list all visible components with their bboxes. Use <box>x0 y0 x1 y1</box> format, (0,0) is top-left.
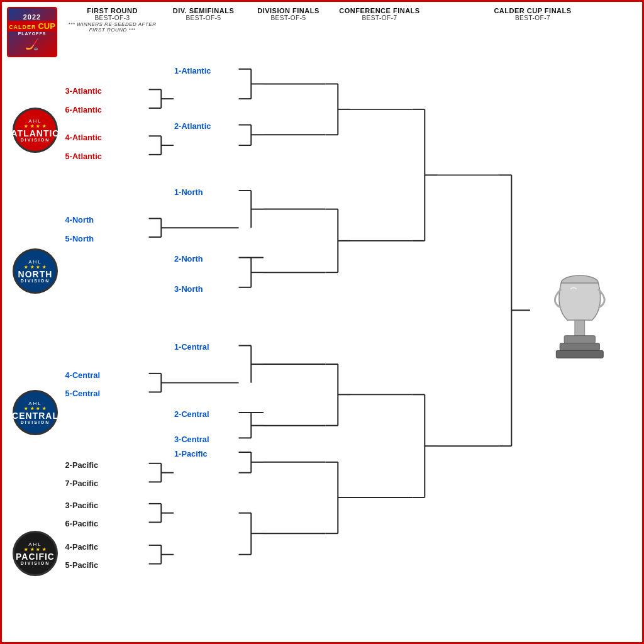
seed-6-atlantic: 6-Atlantic <box>65 105 102 114</box>
column-headers: FIRST ROUND best-of-3 *** winners re-see… <box>64 7 637 33</box>
bracket-svg: .bracket-line { stroke: #222; stroke-wid… <box>64 60 637 630</box>
header-row: 2022 CALDER CUP PLAYOFFS 🏒 FIRST ROUND b… <box>7 7 637 57</box>
logo-cup: CUP <box>38 21 55 31</box>
seed-3-pacific: 3-Pacific <box>65 501 99 510</box>
seed-7-pacific: 7-Pacific <box>65 479 99 488</box>
seed-4-north: 4-North <box>65 215 94 225</box>
logo-playoffs: PLAYOFFS <box>18 31 47 36</box>
seed-5-central: 5-Central <box>65 389 100 398</box>
seed-4-atlantic: 4-Atlantic <box>65 133 102 142</box>
col-header-calder-finals: CALDER CUP FINALS best-of-7 <box>428 7 637 33</box>
calder-cup-logo: 2022 CALDER CUP PLAYOFFS 🏒 <box>7 7 57 57</box>
seed-1-pacific: 1-Pacific <box>174 449 208 458</box>
logo-calder: CALDER <box>9 24 36 30</box>
pacific-division-badge: AHL ★ ★ ★ ★ PACIFIC DIVISION <box>13 531 58 576</box>
svg-rect-103 <box>560 343 599 351</box>
seed-6-pacific: 6-Pacific <box>65 519 99 528</box>
ahl-icon: 🏒 <box>25 37 39 51</box>
main-container: 2022 CALDER CUP PLAYOFFS 🏒 FIRST ROUND b… <box>0 0 644 644</box>
seed-5-north: 5-North <box>65 234 94 243</box>
seed-3-atlantic: 3-Atlantic <box>65 86 102 96</box>
seed-2-north: 2-North <box>174 254 203 264</box>
seed-2-atlantic: 2-Atlantic <box>174 121 211 131</box>
calder-cup-trophy <box>555 275 604 358</box>
col-header-conf-finals: CONFERENCE FINALS best-of-7 <box>331 7 428 33</box>
seed-5-atlantic: 5-Atlantic <box>65 152 102 161</box>
seed-2-pacific: 2-Pacific <box>65 460 99 470</box>
seed-3-central: 3-Central <box>174 435 209 444</box>
division-logos: AHL ★ ★ ★ ★ ATLANTIC DIVISION AHL ★ ★ ★ … <box>7 60 64 630</box>
col-header-div-finals: DIVISION FINALS best-of-5 <box>246 7 331 33</box>
seed-3-north: 3-North <box>174 284 203 294</box>
atlantic-division-badge: AHL ★ ★ ★ ★ ATLANTIC DIVISION <box>13 108 58 153</box>
svg-rect-101 <box>575 320 585 336</box>
svg-rect-102 <box>564 336 595 343</box>
bracket-svg-container: .bracket-line { stroke: #222; stroke-wid… <box>64 60 637 630</box>
seed-4-central: 4-Central <box>65 370 100 380</box>
seed-1-atlantic: 1-Atlantic <box>174 66 211 75</box>
seed-2-central: 2-Central <box>174 409 209 419</box>
svg-rect-104 <box>556 350 603 358</box>
seed-1-central: 1-Central <box>174 342 209 352</box>
col-header-first-round: FIRST ROUND best-of-3 *** winners re-see… <box>64 7 161 33</box>
seed-5-pacific: 5-Pacific <box>65 560 99 570</box>
logo-year: 2022 <box>23 13 41 21</box>
col-header-div-semis: DIV. SEMIFINALS best-of-5 <box>161 7 246 33</box>
seed-4-pacific: 4-Pacific <box>65 542 99 552</box>
bracket-area: AHL ★ ★ ★ ★ ATLANTIC DIVISION AHL ★ ★ ★ … <box>7 60 637 630</box>
central-division-badge: AHL ★ ★ ★ ★ CENTRAL DIVISION <box>13 390 58 435</box>
seed-1-north: 1-North <box>174 187 203 197</box>
logo-area: 2022 CALDER CUP PLAYOFFS 🏒 <box>7 7 64 57</box>
north-division-badge: AHL ★ ★ ★ ★ NORTH DIVISION <box>13 248 58 294</box>
